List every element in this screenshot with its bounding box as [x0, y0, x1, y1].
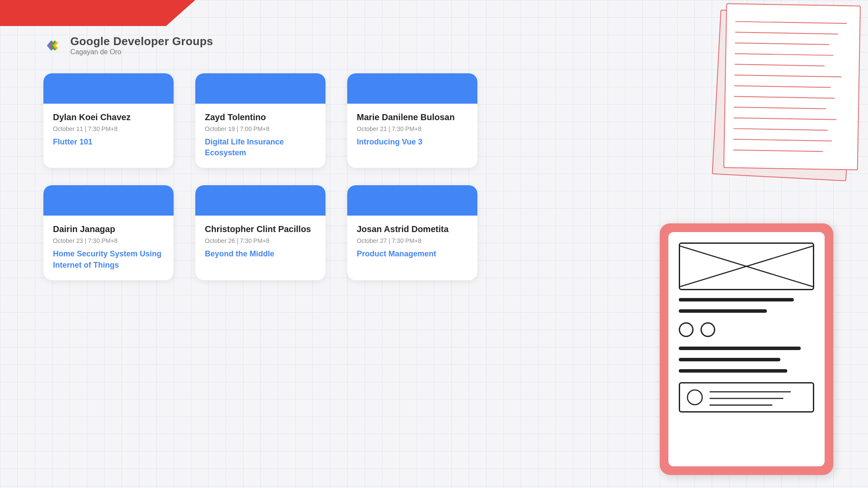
- notepad-sketch: [724, 4, 860, 169]
- notepad-back2: [723, 3, 861, 170]
- svg-point-15: [687, 390, 702, 405]
- card-4-date: October 23 | 7:30 PM+8: [53, 237, 164, 244]
- card-1-body: Dylan Koei Chavez October 11 | 7:30 PM+8…: [43, 104, 174, 157]
- svg-line-6: [734, 86, 831, 88]
- svg-line-10: [733, 128, 828, 130]
- card-6: Josan Astrid Dometita October 27 | 7:30 …: [347, 185, 477, 280]
- card-6-header: [347, 185, 477, 216]
- card-2-date: October 19 | 7:00 PM+8: [205, 125, 316, 132]
- svg-line-8: [734, 107, 826, 109]
- svg-line-0: [735, 22, 847, 23]
- svg-line-3: [735, 54, 833, 56]
- card-6-date: October 27 | 7:30 PM+8: [357, 237, 468, 244]
- card-3-header: [347, 73, 477, 104]
- svg-line-4: [735, 64, 825, 66]
- clipboard-illustration: [651, 215, 833, 475]
- card-5-body: Christopher Clint Pacillos October 26 | …: [195, 216, 326, 269]
- gdg-logo-icon: [43, 35, 64, 56]
- card-4-topic: Home Security System Using Internet of T…: [53, 249, 164, 270]
- card-2-body: Zayd Tolentino October 19 | 7:00 PM+8 Di…: [195, 104, 326, 168]
- card-3: Marie Danilene Bulosan October 21 | 7:30…: [347, 73, 477, 168]
- svg-line-9: [733, 118, 836, 120]
- card-3-name: Marie Danilene Bulosan: [357, 111, 468, 123]
- svg-line-2: [735, 43, 829, 45]
- svg-line-12: [733, 150, 823, 152]
- svg-line-5: [734, 75, 842, 77]
- card-2-header: [195, 73, 326, 104]
- card-2-name: Zayd Tolentino: [205, 111, 316, 123]
- cards-grid: Dylan Koei Chavez October 11 | 7:30 PM+8…: [43, 73, 521, 280]
- card-6-body: Josan Astrid Dometita October 27 | 7:30 …: [347, 216, 477, 269]
- card-5: Christopher Clint Pacillos October 26 | …: [195, 185, 326, 280]
- top-left-decoration: [0, 0, 195, 26]
- card-3-date: October 21 | 7:30 PM+8: [357, 125, 468, 132]
- card-1: Dylan Koei Chavez October 11 | 7:30 PM+8…: [43, 73, 174, 168]
- card-1-name: Dylan Koei Chavez: [53, 111, 164, 123]
- main-content: Google Developer Groups Cagayan de Oro D…: [43, 35, 521, 280]
- card-1-date: October 11 | 7:30 PM+8: [53, 125, 164, 132]
- card-1-topic: Flutter 101: [53, 137, 164, 147]
- card-4: Dairin Janagap October 23 | 7:30 PM+8 Ho…: [43, 185, 174, 280]
- logo-title: Google Developer Groups: [70, 35, 213, 48]
- sketch-x-box: [680, 244, 813, 289]
- svg-line-7: [734, 96, 835, 98]
- card-6-name: Josan Astrid Dometita: [357, 223, 468, 235]
- card-2: Zayd Tolentino October 19 | 7:00 PM+8 Di…: [195, 73, 326, 168]
- card-5-header: [195, 185, 326, 216]
- card-4-header: [43, 185, 174, 216]
- svg-line-11: [733, 139, 832, 141]
- logo-subtitle: Cagayan de Oro: [70, 48, 213, 56]
- card-2-topic: Digital Life Insurance Ecosystem: [205, 137, 316, 158]
- card-1-header: [43, 73, 174, 104]
- card-5-name: Christopher Clint Pacillos: [205, 223, 316, 235]
- card-5-date: October 26 | 7:30 PM+8: [205, 237, 316, 244]
- logo-area: Google Developer Groups Cagayan de Oro: [43, 35, 521, 56]
- card-3-topic: Introducing Vue 3: [357, 137, 468, 147]
- card-3-body: Marie Danilene Bulosan October 21 | 7:30…: [347, 104, 477, 157]
- card-4-body: Dairin Janagap October 23 | 7:30 PM+8 Ho…: [43, 216, 174, 280]
- card-4-name: Dairin Janagap: [53, 223, 164, 235]
- sketch-small-box: [680, 383, 813, 411]
- card-5-topic: Beyond the Middle: [205, 249, 316, 259]
- svg-line-1: [735, 32, 838, 34]
- card-6-topic: Product Management: [357, 249, 468, 259]
